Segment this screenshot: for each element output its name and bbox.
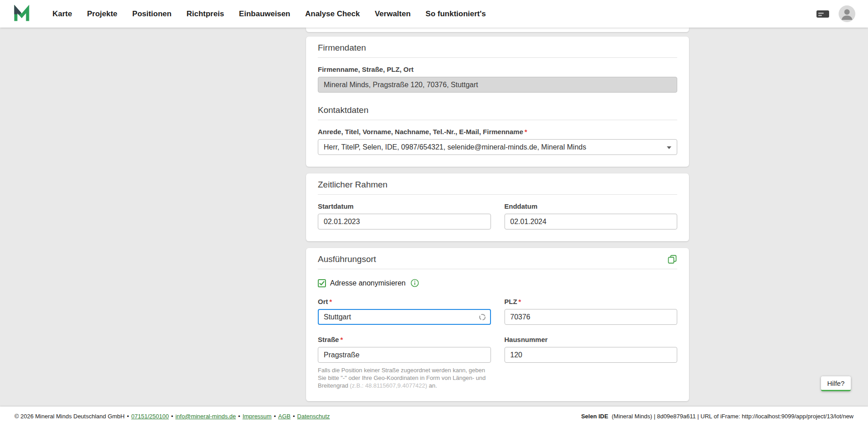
card-partial-top: [306, 28, 689, 32]
copyright-text: © 2026 Mineral Minds Deutschland GmbH: [14, 413, 125, 420]
footer-link-datenschutz[interactable]: Datenschutz: [297, 413, 330, 420]
ort-label-text: Ort: [318, 298, 328, 305]
ort-label: Ort*: [318, 298, 491, 305]
divider: [318, 120, 677, 120]
nav-item-positionen[interactable]: Positionen: [132, 9, 172, 19]
footer-left: © 2026 Mineral Minds Deutschland GmbH • …: [14, 413, 330, 420]
required-marker: *: [524, 128, 527, 136]
nav-item-so-funktionierts[interactable]: So funktioniert's: [425, 9, 486, 19]
navbar-actions: [816, 5, 855, 22]
chevron-down-icon: [667, 146, 671, 149]
required-marker: *: [519, 298, 521, 305]
strasse-input[interactable]: [318, 347, 491, 363]
brand-logo[interactable]: [13, 4, 31, 24]
firmendaten-card: Firmendaten Firmenname, Straße, PLZ, Ort…: [306, 37, 689, 167]
divider: [318, 269, 677, 269]
strasse-hint: Falls die Position keiner Straße zugeord…: [318, 366, 491, 389]
page-footer: © 2026 Mineral Minds Deutschland GmbH • …: [0, 407, 868, 426]
required-marker: *: [330, 298, 332, 305]
contact-field-label-text: Anrede, Titel, Vorname, Nachname, Tel.-N…: [318, 128, 523, 136]
footer-link-email[interactable]: info@mineral-minds.de: [175, 413, 236, 420]
enddatum-input[interactable]: [505, 214, 678, 229]
strasse-hint-coords: (z.B.: 48.8115607,9.4077422): [350, 382, 427, 389]
footer-app-info: (Mineral Minds) | 8d09e879a611 | URL of …: [612, 413, 854, 420]
footer-link-phone[interactable]: 07151/250100: [131, 413, 169, 420]
startdatum-label: Startdatum: [318, 202, 491, 210]
startdatum-input[interactable]: [318, 214, 491, 229]
plz-label: PLZ*: [505, 298, 678, 305]
kontaktdaten-title: Kontaktdaten: [318, 105, 677, 115]
main-menu: Karte Projekte Positionen Richtpreis Ein…: [52, 9, 486, 19]
top-navbar: Karte Projekte Positionen Richtpreis Ein…: [0, 0, 868, 28]
separator: •: [127, 413, 129, 420]
strasse-hint-suffix: an.: [427, 382, 437, 389]
nav-item-einbauweisen[interactable]: Einbauweisen: [239, 9, 290, 19]
footer-app-name: Selen IDE: [581, 413, 608, 420]
zeitlicher-rahmen-card: Zeitlicher Rahmen Startdatum Enddatum: [306, 173, 689, 241]
footer-right: Selen IDE (Mineral Minds) | 8d09e879a611…: [581, 413, 854, 420]
anonymize-label[interactable]: Adresse anonymisieren: [330, 279, 406, 287]
separator: •: [274, 413, 276, 420]
ausfuehrungsort-card: Ausführungsort Adresse anonymisieren: [306, 248, 689, 401]
divider: [318, 57, 677, 58]
separator: •: [238, 413, 241, 420]
hausnummer-label: Hausnummer: [505, 336, 678, 343]
logo-icon: [13, 4, 31, 24]
firmendaten-title: Firmendaten: [318, 43, 677, 53]
required-marker: *: [340, 336, 343, 343]
plz-label-text: PLZ: [505, 298, 517, 305]
company-readonly-field: [318, 77, 677, 93]
zeitlicher-rahmen-title: Zeitlicher Rahmen: [318, 180, 677, 190]
separator: •: [171, 413, 173, 420]
avatar-icon[interactable]: [839, 5, 855, 22]
contact-select[interactable]: Herr, TitelP, Selen, IDE, 0987/654321, s…: [318, 139, 677, 155]
nav-item-projekte[interactable]: Projekte: [87, 9, 117, 19]
nav-item-analyse-check[interactable]: Analyse Check: [305, 9, 360, 19]
strasse-label: Straße*: [318, 336, 491, 343]
help-button[interactable]: Hilfe?: [821, 376, 851, 391]
company-field-label: Firmenname, Straße, PLZ, Ort: [318, 66, 677, 73]
copy-icon[interactable]: [667, 254, 677, 264]
ort-input[interactable]: [318, 309, 491, 325]
plz-input[interactable]: [505, 309, 678, 325]
nav-item-verwalten[interactable]: Verwalten: [375, 9, 410, 19]
content-area: Firmendaten Firmenname, Straße, PLZ, Ort…: [0, 28, 868, 407]
contact-field-label: Anrede, Titel, Vorname, Nachname, Tel.-N…: [318, 128, 677, 136]
ausfuehrungsort-title: Ausführungsort: [318, 254, 376, 264]
info-icon[interactable]: [410, 279, 419, 287]
strasse-label-text: Straße: [318, 336, 339, 343]
contact-select-value: Herr, TitelP, Selen, IDE, 0987/654321, s…: [324, 143, 586, 151]
card-reader-icon[interactable]: [816, 9, 830, 19]
footer-link-agb[interactable]: AGB: [278, 413, 290, 420]
anonymize-checkbox[interactable]: [318, 279, 326, 287]
enddatum-label: Enddatum: [505, 202, 678, 210]
hausnummer-input[interactable]: [505, 347, 678, 363]
nav-item-karte[interactable]: Karte: [52, 9, 72, 19]
separator: •: [293, 413, 295, 420]
footer-link-impressum[interactable]: Impressum: [242, 413, 271, 420]
nav-item-richtpreis[interactable]: Richtpreis: [186, 9, 224, 19]
anonymize-row: Adresse anonymisieren: [318, 279, 677, 287]
